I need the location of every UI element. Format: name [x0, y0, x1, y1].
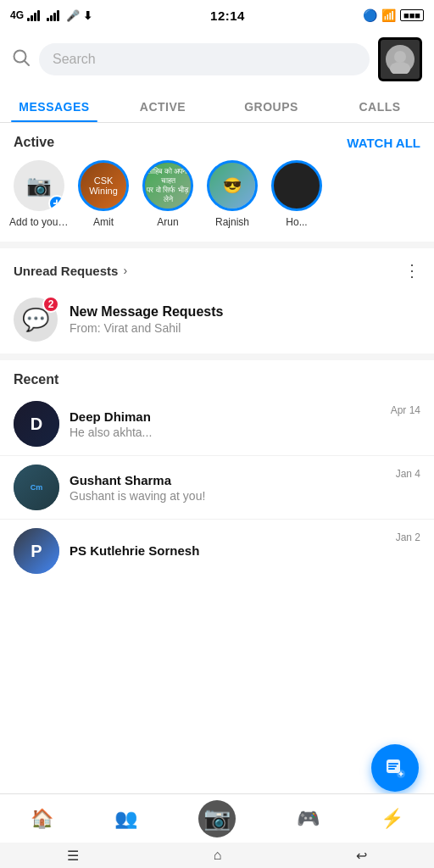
download-icon: ⬇ — [83, 9, 92, 22]
tab-calls[interactable]: CALLS — [326, 88, 434, 122]
svg-line-1 — [25, 61, 30, 66]
arun-avatar: साहिब को अपनी चाहतपर वो सिर्फ भीड़ लेने — [142, 160, 193, 211]
unread-requests-nav[interactable]: Unread Requests › — [14, 264, 127, 278]
request-subtitle: From: Virat and Sahil — [70, 321, 223, 335]
active-user-rajnish[interactable]: 😎 Rajnish — [202, 160, 263, 228]
request-title: New Message Requests — [70, 304, 223, 320]
conversation-item-deep[interactable]: D Deep Dhiman He also akhta... Apr 14 — [0, 392, 434, 456]
compose-icon — [384, 757, 406, 779]
nav-home[interactable]: 🏠 — [17, 801, 67, 837]
ps-name: PS Kutlehrie Sornesh — [70, 543, 386, 558]
status-icons: 🔵 📶 ■■■ — [363, 8, 424, 22]
tab-active[interactable]: ACTIVE — [108, 88, 217, 122]
games-icon: 🎮 — [297, 808, 320, 830]
signal-icon — [27, 9, 40, 21]
system-navigation: ☰ ⌂ ↩ — [0, 843, 434, 868]
mic-icon: 🎤 — [66, 9, 80, 22]
people-icon: 👥 — [114, 808, 137, 830]
camera-nav-icon: 📷 — [198, 800, 236, 837]
signal-icon-2 — [47, 9, 59, 21]
arun-name: Arun — [157, 216, 178, 228]
nav-lightning[interactable]: ⚡ — [367, 801, 417, 837]
network-type: 4G — [10, 9, 24, 21]
new-message-fab[interactable] — [371, 744, 419, 792]
sys-menu-button[interactable]: ☰ — [67, 848, 79, 864]
gushant-avatar: Cm — [14, 465, 59, 510]
bottom-navigation: 🏠 👥 📷 🎮 ⚡ — [0, 793, 434, 843]
watch-all-button[interactable]: WATCH ALL — [347, 136, 420, 150]
sys-back-button[interactable]: ↩ — [356, 848, 367, 864]
ho-avatar — [271, 160, 322, 211]
rajnish-avatar: 😎 — [207, 160, 258, 211]
tab-bar: MESSAGES ACTIVE GROUPS CALLS — [0, 88, 434, 123]
divider-2 — [0, 353, 434, 360]
recent-section-header: Recent — [0, 360, 434, 392]
deep-message: He also akhta... — [70, 426, 381, 439]
lightning-icon: ⚡ — [381, 808, 403, 830]
tab-messages[interactable]: MESSAGES — [0, 88, 108, 122]
profile-avatar[interactable] — [378, 37, 422, 81]
nav-camera[interactable]: 📷 — [185, 793, 249, 844]
svg-point-3 — [390, 62, 410, 74]
deep-avatar: D — [14, 401, 59, 447]
more-options-icon[interactable]: ⋮ — [403, 260, 420, 281]
conversation-item-gushant[interactable]: Cm Gushant Sharma Gushant is waving at y… — [0, 456, 434, 520]
status-bar: 4G 🎤 ⬇ 12:14 🔵 📶 ■■■ — [0, 0, 434, 31]
home-icon: 🏠 — [31, 808, 53, 830]
wifi-icon: 📶 — [381, 8, 396, 22]
header: Search — [0, 31, 434, 88]
conversation-item-ps[interactable]: P PS Kutlehrie Sornesh Jan 2 — [0, 520, 434, 582]
network-info: 4G 🎤 ⬇ — [10, 9, 92, 22]
ps-avatar: P — [14, 528, 59, 574]
active-user-amit[interactable]: CSKWining Amit — [73, 160, 134, 228]
gushant-time: Jan 4 — [396, 468, 420, 480]
message-request-content: New Message Requests From: Virat and Sah… — [70, 304, 223, 335]
ho-name: Ho... — [286, 216, 307, 228]
avatar-image — [386, 45, 415, 74]
ps-content: PS Kutlehrie Sornesh — [70, 543, 386, 559]
unread-requests-title: Unread Requests — [14, 264, 118, 278]
sys-home-button[interactable]: ⌂ — [214, 848, 222, 863]
search-icon — [12, 48, 31, 70]
search-input[interactable]: Search — [39, 43, 370, 75]
add-plus-icon: + — [48, 195, 64, 211]
nav-games[interactable]: 🎮 — [283, 801, 333, 837]
rajnish-name: Rajnish — [215, 216, 249, 228]
clock: 12:14 — [210, 8, 245, 23]
amit-avatar: CSKWining — [78, 160, 129, 211]
deep-content: Deep Dhiman He also akhta... — [70, 409, 381, 439]
battery-icon: ■■■ — [400, 9, 424, 21]
message-request-item[interactable]: 💬 2 New Message Requests From: Virat and… — [0, 289, 434, 353]
active-section-header: Active WATCH ALL — [0, 123, 434, 155]
nav-people[interactable]: 👥 — [101, 801, 151, 837]
bluetooth-icon: 🔵 — [363, 8, 377, 22]
add-to-day-button[interactable]: 📷 + Add to your day — [8, 160, 70, 228]
badge-count: 2 — [42, 296, 59, 313]
deep-time: Apr 14 — [391, 404, 420, 416]
add-day-avatar: 📷 + — [14, 160, 64, 211]
active-users-row: 📷 + Add to your day CSKWining Amit साहिब… — [0, 155, 434, 242]
divider-1 — [0, 242, 434, 248]
active-user-arun[interactable]: साहिब को अपनी चाहतपर वो सिर्फ भीड़ लेने … — [137, 160, 198, 228]
svg-point-2 — [394, 51, 406, 63]
chevron-right-icon: › — [123, 264, 127, 277]
ps-time: Jan 2 — [396, 531, 420, 543]
deep-name: Deep Dhiman — [70, 409, 381, 424]
gushant-message: Gushant is waving at you! — [70, 489, 386, 503]
gushant-content: Gushant Sharma Gushant is waving at you! — [70, 473, 386, 503]
add-day-label: Add to your day — [9, 216, 69, 228]
camera-icon: 📷 — [26, 174, 52, 198]
message-request-avatar: 💬 2 — [14, 298, 58, 342]
gushant-name: Gushant Sharma — [70, 473, 386, 487]
active-title: Active — [14, 135, 54, 150]
tab-groups[interactable]: GROUPS — [217, 88, 326, 122]
active-user-ho[interactable]: Ho... — [266, 160, 327, 228]
amit-name: Amit — [93, 216, 114, 228]
unread-requests-header: Unread Requests › ⋮ — [0, 248, 434, 289]
